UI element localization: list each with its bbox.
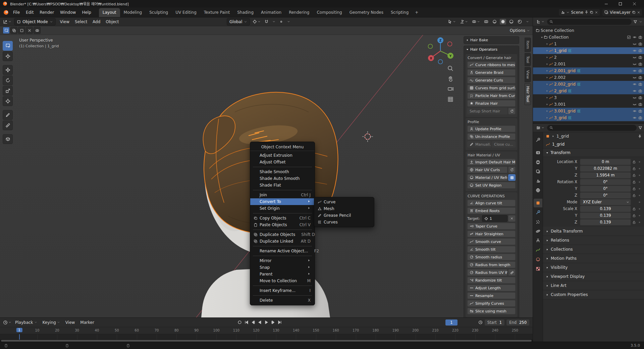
lock-open-icon[interactable]	[631, 214, 637, 217]
eye-icon[interactable]	[633, 102, 637, 106]
scale-x-field[interactable]: 0.139	[580, 206, 631, 212]
animate-dot-icon[interactable]	[637, 174, 642, 177]
set-uv-region-button[interactable]: Set UV Region	[467, 182, 516, 189]
outliner-row-scene-collection[interactable]: Scene Collection	[533, 27, 644, 34]
add-workspace-button[interactable]: +	[412, 9, 421, 16]
transform-tool-button[interactable]	[3, 96, 13, 106]
sidebar-tab-hair-tool[interactable]: Hair Tool	[525, 83, 531, 105]
section-visibility[interactable]: Visibility	[543, 263, 644, 272]
camera-icon[interactable]	[638, 76, 642, 80]
section-collections[interactable]: Collections	[543, 245, 644, 254]
adjust-length-button[interactable]: Adjust Length	[467, 285, 516, 291]
animate-dot-icon[interactable]	[637, 181, 642, 184]
measure-tool-button[interactable]	[3, 120, 13, 130]
expander-icon[interactable]	[545, 56, 549, 59]
menu-edit[interactable]: Edit	[23, 9, 37, 16]
playhead-marker[interactable]: 1	[16, 328, 22, 332]
jump-to-start-button[interactable]	[244, 320, 249, 325]
context-menu-item-insert-keyframe[interactable]: Insert Keyframe...I	[250, 287, 315, 294]
un-instance-profile-button[interactable]: Un-instance Profile	[467, 133, 516, 140]
play-reverse-button[interactable]	[258, 320, 262, 325]
expander-icon[interactable]	[545, 76, 549, 79]
viewport-menu-select[interactable]: Select	[72, 18, 90, 26]
properties-tab-modifiers[interactable]	[534, 208, 542, 217]
viewport-menu-object[interactable]: Object	[103, 18, 121, 26]
falloff-button[interactable]	[286, 19, 291, 24]
mode-field[interactable]: XYZ Euler	[580, 199, 631, 205]
properties-tab-viewlayer[interactable]	[534, 167, 542, 176]
expander-icon[interactable]	[540, 36, 544, 39]
link-button[interactable]	[508, 269, 516, 276]
timeline-menu-marker[interactable]: Marker	[77, 319, 97, 326]
outliner-row-3[interactable]: 3	[533, 94, 644, 101]
workspace-tab-texture-paint[interactable]: Texture Paint	[200, 8, 233, 17]
section-delta-transform[interactable]: Delta Transform	[543, 227, 644, 236]
randomize-tilt-button[interactable]: Randomize tilt	[467, 277, 516, 284]
animate-dot-icon[interactable]	[637, 194, 642, 197]
refresh-button[interactable]	[508, 166, 516, 173]
blender-app-menu-icon[interactable]	[3, 10, 9, 15]
eye-icon[interactable]	[633, 49, 637, 53]
lock-open-icon[interactable]	[631, 180, 637, 184]
outliner-row-3-001-grid[interactable]: 3.001_grid	[533, 108, 644, 114]
workspace-tab-rendering[interactable]: Rendering	[285, 8, 313, 17]
shading-solid-button[interactable]	[500, 19, 506, 24]
finalize-hair-button[interactable]: Finalize Hair	[467, 100, 516, 107]
properties-tab-scene[interactable]	[534, 177, 542, 185]
properties-tab-constraints[interactable]	[534, 236, 542, 245]
outliner-row-2-001[interactable]: 2.001	[533, 61, 644, 67]
editor-type-button[interactable]	[535, 125, 545, 131]
lock-open-icon[interactable]	[631, 160, 637, 164]
eye-icon[interactable]	[633, 89, 637, 93]
animate-dot-icon[interactable]	[637, 207, 642, 210]
y-field[interactable]: 0°	[580, 186, 631, 192]
animate-dot-icon[interactable]	[637, 221, 642, 224]
current-frame-field[interactable]: 1	[445, 319, 458, 326]
context-menu-item-copy-objects[interactable]: Copy ObjectsCtrl C	[250, 215, 315, 221]
options-dropdown[interactable]: Options	[510, 28, 530, 33]
checkbox-icon[interactable]	[627, 35, 631, 39]
eye-icon[interactable]	[633, 55, 637, 59]
outliner-row-1[interactable]: 1	[533, 41, 644, 47]
jump-to-end-button[interactable]	[278, 320, 282, 325]
generate-braid-button[interactable]: Generate Braid	[467, 69, 516, 76]
context-menu-item-adjust-extrusion[interactable]: Adjust Extrusion	[250, 152, 315, 159]
simplify-curves-button[interactable]: Simplify Curves	[467, 300, 516, 307]
setup-short-hair-button[interactable]: Setup Short Hair	[467, 108, 507, 114]
particle-hair-from-curves-button[interactable]: Particle Hair from Curves	[467, 92, 516, 99]
outliner-row-2-002[interactable]: 2.002	[533, 74, 644, 81]
outliner-row-2-001-grid[interactable]: 2.001_grid	[533, 67, 644, 74]
expander-icon[interactable]	[545, 110, 549, 112]
editor-type-button[interactable]	[2, 19, 12, 25]
viewlayer-selector[interactable]: ViewLayer	[602, 9, 642, 16]
y-field[interactable]: 0.139	[580, 212, 631, 219]
new-viewlayer-icon[interactable]	[632, 10, 636, 14]
radius-from-uv-width-button[interactable]: Radius from UV Width	[467, 269, 507, 276]
close-button[interactable]	[627, 0, 641, 7]
menu-file[interactable]: File	[10, 9, 23, 16]
resample-button[interactable]: Resample	[467, 292, 516, 299]
camera-icon[interactable]	[638, 69, 642, 73]
context-menu-item-shade-smooth[interactable]: Shade Smooth	[250, 168, 315, 175]
editor-type-button[interactable]	[2, 319, 12, 326]
target-field[interactable]: 1	[482, 215, 507, 222]
curves-from-grid-surface-button[interactable]: Curves from grid surface	[467, 85, 516, 91]
eye-icon[interactable]	[633, 76, 637, 80]
z-field[interactable]: 1.5954 m	[580, 172, 631, 179]
outliner-row-1-grid[interactable]: 1_grid	[533, 47, 644, 54]
camera-icon[interactable]	[638, 96, 642, 100]
expander-icon[interactable]	[545, 49, 549, 52]
clear-target-button[interactable]	[508, 215, 516, 222]
eye-icon[interactable]	[633, 109, 637, 113]
eye-icon[interactable]	[633, 82, 637, 86]
y-field[interactable]: 0.022082 m	[580, 165, 631, 172]
selectability-button[interactable]	[447, 19, 457, 24]
properties-tab-world[interactable]	[534, 186, 542, 195]
z-field[interactable]: 0.139	[580, 219, 631, 226]
panel-hair-bake[interactable]: Hair Bake	[464, 36, 519, 44]
workspace-tab-sculpting[interactable]: Sculpting	[146, 8, 172, 17]
material-uv-refresh-button[interactable]: Material / UV Refresh	[467, 174, 507, 181]
sidebar-tab-tool[interactable]: Tool	[525, 53, 531, 66]
embed-roots-button[interactable]: Embed Roots	[467, 207, 516, 214]
smooth-curve-button[interactable]: Smooth curve	[467, 238, 516, 245]
